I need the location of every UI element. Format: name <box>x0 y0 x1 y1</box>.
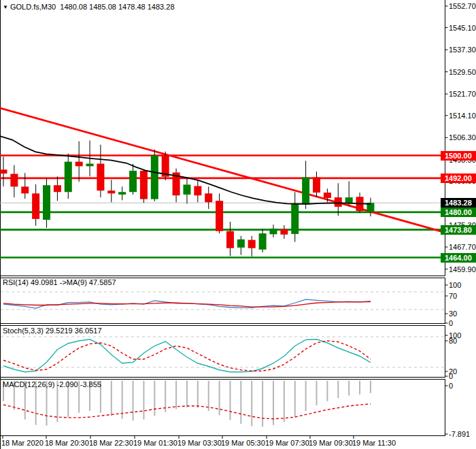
price-tick-label: 1537.30 <box>449 46 476 54</box>
rsi-ma-line <box>3 302 371 307</box>
rsi-indicator-label: RSI(14) 49.0981 ->MA(9) 47.5857 <box>3 278 116 286</box>
time-label: 19 Mar 05:30 <box>221 439 265 447</box>
candle-up <box>118 192 126 195</box>
indicator-tick-label: -7.891 <box>449 430 470 438</box>
candle-up <box>302 178 309 205</box>
price-tick-label: 1467.70 <box>449 243 476 251</box>
chart-title: ▼GOLD.fs,M30 1480.08 1485.08 1478.48 148… <box>3 3 175 11</box>
price-tick-label: 1506.30 <box>449 133 476 142</box>
candle-down <box>280 229 288 235</box>
stoch-indicator-label: Stoch(5,3,3) 29.5219 36.0517 <box>3 327 102 335</box>
candle-down <box>248 240 256 248</box>
price-tick-label: 1552.70 <box>449 2 476 10</box>
candle-down <box>32 193 39 219</box>
price-tick-label: 1459.90 <box>449 265 476 273</box>
symbol-label: GOLD.fs,M30 <box>10 3 56 11</box>
candle-down <box>140 171 148 199</box>
price-tick-label: 1521.70 <box>449 90 476 98</box>
indicator-tick-label: 80 <box>449 337 457 345</box>
candle-up <box>259 233 267 250</box>
candle-up <box>65 162 72 193</box>
candle-down <box>75 162 83 167</box>
time-label: 19 Mar 03:30 <box>177 439 222 447</box>
candle-up <box>151 156 158 199</box>
indicator-tick-label: 0 <box>449 372 453 380</box>
candle-down <box>21 186 29 193</box>
indicator-tick-label: 0 <box>449 319 453 327</box>
price-badge: 1480.00 <box>441 207 476 217</box>
macd-signal-line <box>3 404 371 419</box>
chart-window: ▼GOLD.fs,M30 1480.08 1485.08 1478.48 148… <box>0 0 476 449</box>
price-badge: 1483.28 <box>441 198 476 207</box>
time-label: 18 Mar 22:30 <box>89 439 133 447</box>
price-tick-label: 1545.10 <box>449 24 476 32</box>
price-badge: 1500.00 <box>441 151 476 161</box>
indicator-tick-label: 100 <box>449 281 461 289</box>
indicator-tick-label: 30 <box>449 310 457 318</box>
ohlc-values: 1480.08 1485.08 1478.48 1483.28 <box>60 3 174 11</box>
candle-up <box>86 164 94 167</box>
candle-down <box>10 174 18 187</box>
candle-down <box>324 193 331 198</box>
symbol-dropdown-icon[interactable]: ▼ <box>3 4 8 10</box>
indicator-tick-label: 0 <box>449 382 453 390</box>
candle-down <box>216 201 223 231</box>
time-label: 18 Mar 2020 <box>1 439 44 447</box>
candle-up <box>183 184 190 195</box>
indicator-tick-label: 70 <box>449 292 457 300</box>
time-label: 19 Mar 09:30 <box>309 439 353 447</box>
candle-up <box>270 229 277 234</box>
candle-down <box>97 164 104 191</box>
time-label: 18 Mar 20:30 <box>45 439 89 447</box>
candle-down <box>0 169 7 173</box>
candle-down <box>226 231 234 248</box>
candle-down <box>54 185 61 192</box>
candle-up <box>291 203 299 234</box>
macd-indicator-label: MACD(12,26,9) -2.090 -3.855 <box>3 380 101 388</box>
stoch-d-line <box>3 341 371 371</box>
time-label: 19 Mar 11:30 <box>352 439 396 447</box>
price-badge: 1473.80 <box>441 225 476 235</box>
time-label: 19 Mar 07:30 <box>265 439 309 447</box>
price-tick-label: 1514.10 <box>449 112 476 120</box>
candle-down <box>205 193 212 202</box>
candle-up <box>129 171 137 192</box>
candle-down <box>313 178 320 193</box>
price-tick-label: 1529.50 <box>449 68 476 76</box>
candle-down <box>194 186 201 196</box>
candle-up <box>43 185 50 220</box>
price-badge: 1492.00 <box>441 173 476 183</box>
price-badge: 1464.00 <box>441 253 476 263</box>
candle-down <box>107 190 115 193</box>
time-label: 19 Mar 01:30 <box>133 439 177 447</box>
candle-up <box>237 239 245 248</box>
candle-down <box>335 197 342 207</box>
candle-up <box>345 197 353 203</box>
